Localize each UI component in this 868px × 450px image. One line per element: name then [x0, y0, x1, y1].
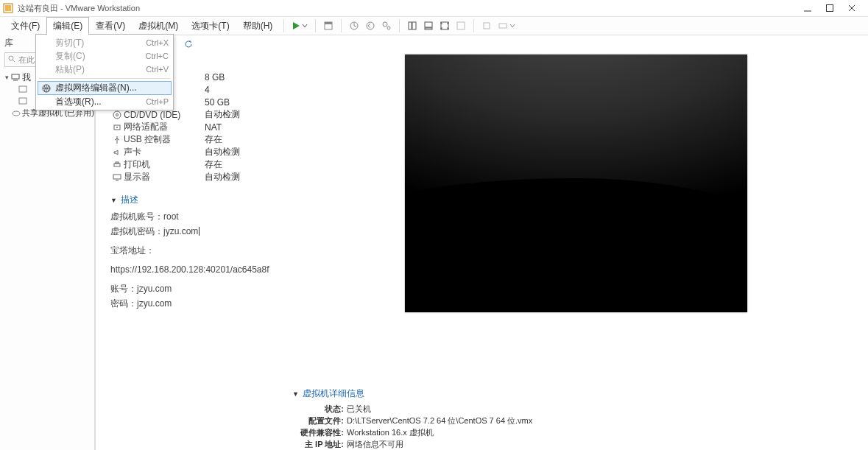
svg-rect-17: [457, 22, 465, 29]
cloud-icon: [12, 109, 21, 116]
printer-icon: [110, 161, 124, 169]
vm-screen-preview[interactable]: [405, 55, 747, 312]
svg-rect-15: [425, 28, 432, 29]
show-thumbnail-icon[interactable]: [420, 19, 437, 32]
svg-rect-3: [827, 5, 833, 12]
text-caret: [199, 227, 200, 236]
refresh-icon: [184, 40, 193, 51]
menu-paste[interactable]: 粘贴(P) Ctrl+V: [38, 63, 172, 76]
nic-icon: [110, 124, 124, 131]
menu-preferences[interactable]: 首选项(R)... Ctrl+P: [38, 95, 172, 108]
snapshot-revert-icon[interactable]: [362, 19, 378, 32]
menu-virtual-network-editor[interactable]: 虚拟网络编辑器(N)...: [38, 81, 172, 95]
snapshot-manager-icon[interactable]: [378, 19, 395, 32]
show-library-icon[interactable]: [404, 19, 420, 32]
svg-point-35: [116, 113, 119, 116]
menu-edit[interactable]: 编辑(E): [46, 17, 89, 35]
menu-cut[interactable]: 剪切(T) Ctrl+X: [38, 36, 172, 49]
vm-icon: [18, 85, 28, 93]
description-text[interactable]: 虚拟机账号：root 虚拟机密码：jyzu.com 宝塔地址： https://…: [110, 209, 283, 311]
cd-icon: [110, 110, 124, 119]
svg-rect-38: [114, 164, 120, 166]
svg-point-21: [9, 56, 13, 60]
window-controls: [803, 4, 865, 13]
vm-summary: ▼ 设备 内存8 GB 处理器4 硬盘 (SCSI)50 GB CD/DVD (…: [103, 34, 868, 450]
svg-rect-39: [116, 162, 119, 164]
svg-point-9: [367, 22, 374, 29]
sound-icon: [110, 149, 124, 156]
device-sound[interactable]: 声卡自动检测: [110, 146, 283, 158]
menu-help[interactable]: 帮助(H): [236, 17, 280, 35]
svg-rect-25: [19, 86, 27, 92]
svg-line-22: [13, 60, 15, 63]
svg-rect-13: [412, 22, 416, 29]
svg-rect-26: [19, 98, 27, 104]
power-on-button[interactable]: [289, 20, 311, 32]
maximize-icon[interactable]: [825, 4, 834, 13]
detail-ip: 主 IP 地址:网络信息不可用: [292, 438, 868, 450]
close-icon[interactable]: [847, 4, 856, 13]
device-usb[interactable]: USB 控制器存在: [110, 133, 283, 146]
svg-rect-14: [425, 22, 432, 27]
collapse-icon: ▼: [292, 390, 300, 398]
summary-right-column: ▼ 虚拟机详细信息 状态:已关机 配置文件:D:\LTServer\CentOS…: [283, 34, 868, 450]
menu-tabs[interactable]: 选项卡(T): [185, 17, 236, 35]
network-icon: [40, 84, 52, 93]
svg-point-27: [13, 111, 20, 116]
minimize-icon[interactable]: [803, 4, 812, 13]
device-display[interactable]: 显示器自动检测: [110, 171, 283, 183]
svg-rect-18: [484, 23, 490, 29]
edit-menu-dropdown: 剪切(T) Ctrl+X 复制(C) Ctrl+C 粘贴(P) Ctrl+V 虚…: [35, 34, 174, 110]
description-header[interactable]: ▼ 描述: [110, 194, 283, 206]
menubar: 文件(F) 编辑(E) 查看(V) 虚拟机(M) 选项卡(T) 帮助(H): [0, 17, 868, 35]
titlebar: 这端有良田 - VMware Workstation: [0, 0, 868, 17]
vm-details: ▼ 虚拟机详细信息 状态:已关机 配置文件:D:\LTServer\CentOS…: [283, 373, 868, 450]
edit-vm-link[interactable]: [184, 40, 283, 51]
menu-view[interactable]: 查看(V): [89, 17, 132, 35]
detail-state: 状态:已关机: [292, 403, 868, 415]
svg-rect-23: [12, 74, 19, 79]
vm-preview-area: [283, 38, 868, 373]
svg-rect-12: [409, 22, 412, 29]
menu-vm[interactable]: 虚拟机(M): [132, 17, 185, 35]
library-label: 库: [4, 37, 13, 49]
window-title: 这端有良田 - VMware Workstation: [18, 3, 803, 14]
menu-file[interactable]: 文件(F): [4, 17, 46, 35]
stretch-icon[interactable]: [479, 19, 495, 32]
svg-rect-19: [499, 24, 507, 28]
svg-rect-7: [325, 22, 332, 24]
svg-point-11: [387, 27, 390, 29]
svg-point-10: [383, 22, 387, 27]
unity-icon[interactable]: [453, 19, 469, 32]
svg-rect-40: [113, 175, 121, 179]
device-printer[interactable]: 打印机存在: [110, 158, 283, 171]
snapshot-take-icon[interactable]: [346, 19, 362, 32]
fullscreen-icon[interactable]: [437, 19, 453, 32]
svg-point-34: [113, 111, 121, 119]
menu-copy[interactable]: 复制(C) Ctrl+C: [38, 49, 172, 63]
send-ctrl-alt-del-icon[interactable]: [320, 19, 336, 32]
details-header[interactable]: ▼ 虚拟机详细信息: [292, 387, 868, 400]
app-icon: [3, 3, 13, 13]
vm-icon: [18, 97, 28, 105]
svg-point-37: [116, 127, 118, 128]
search-placeholder: 在此: [18, 55, 35, 66]
device-network[interactable]: 网络适配器NAT: [110, 121, 283, 133]
svg-rect-1: [5, 5, 11, 11]
collapse-icon: ▼: [110, 197, 118, 204]
detail-config: 配置文件:D:\LTServer\CentOS 7.2 64 位\CentOS …: [292, 415, 868, 426]
display-icon: [110, 174, 124, 181]
search-icon: [5, 55, 18, 64]
free-stretch-icon[interactable]: [495, 19, 518, 32]
computer-icon: [10, 74, 21, 81]
detail-compat: 硬件兼容性:Workstation 16.x 虚拟机: [292, 426, 868, 438]
usb-icon: [110, 136, 124, 144]
